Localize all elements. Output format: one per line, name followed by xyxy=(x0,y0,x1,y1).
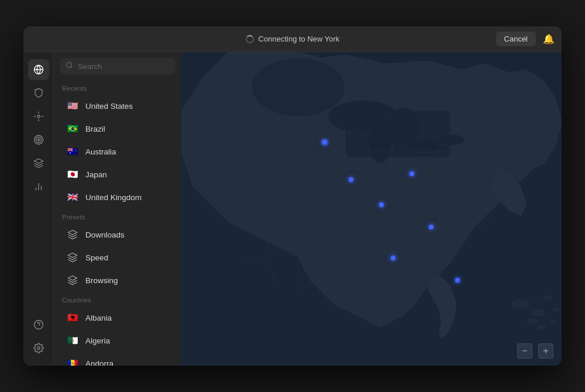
svg-point-17 xyxy=(67,63,72,68)
app-window: Connecting to New York Cancel 🔔 xyxy=(23,26,562,366)
svg-point-24 xyxy=(252,58,345,116)
svg-marker-10 xyxy=(34,159,43,164)
svg-point-2 xyxy=(37,115,40,118)
recent-uk[interactable]: 🇬🇧 United Kingdom xyxy=(57,186,178,208)
sidebar-icon-settings[interactable] xyxy=(28,338,49,359)
search-box[interactable] xyxy=(60,58,176,74)
recent-us-label: United States xyxy=(85,102,133,111)
country-albania[interactable]: 🇦🇱 Albania xyxy=(57,307,178,329)
title-status: Connecting to New York xyxy=(246,35,340,43)
country-algeria-label: Algeria xyxy=(85,336,110,345)
server-dot-4 xyxy=(410,171,414,176)
sidebar-list: Recents 🇺🇸 United States 🇧🇷 Brazil 🇦🇺 Au… xyxy=(54,52,181,366)
svg-point-41 xyxy=(512,299,529,308)
flag-br: 🇧🇷 xyxy=(66,122,80,136)
svg-line-18 xyxy=(71,67,72,68)
recent-united-states[interactable]: 🇺🇸 United States xyxy=(57,95,178,117)
recent-au-label: Australia xyxy=(85,147,116,156)
zoom-in-button[interactable]: + xyxy=(538,343,553,359)
svg-point-14 xyxy=(34,321,43,329)
svg-point-29 xyxy=(436,134,465,146)
speed-icon xyxy=(66,250,80,264)
sidebar-icon-target[interactable] xyxy=(28,129,49,150)
svg-point-44 xyxy=(542,295,552,300)
preset-downloads[interactable]: Downloads xyxy=(57,223,178,246)
sidebar-icon-stats[interactable] xyxy=(28,176,49,197)
svg-point-8 xyxy=(36,137,41,143)
sidebar-icon-help[interactable] xyxy=(28,314,49,335)
map-area: − + xyxy=(181,52,562,366)
cancel-button[interactable]: Cancel xyxy=(496,32,536,46)
country-andorra-label: Andorra xyxy=(85,359,113,366)
preset-downloads-label: Downloads xyxy=(85,231,125,239)
recent-uk-label: United Kingdom xyxy=(85,193,142,202)
flag-ad: 🇦🇩 xyxy=(66,356,80,366)
server-dot-6 xyxy=(391,256,395,260)
countries-label: Countries xyxy=(54,292,181,306)
preset-browsing-label: Browsing xyxy=(85,276,118,285)
main-content: Recents 🇺🇸 United States 🇧🇷 Brazil 🇦🇺 Au… xyxy=(23,52,562,366)
country-algeria[interactable]: 🇩🇿 Algeria xyxy=(57,329,178,352)
country-albania-label: Albania xyxy=(85,314,112,322)
svg-marker-19 xyxy=(68,231,77,235)
presets-label: Presets xyxy=(54,209,181,223)
status-text: Connecting to New York xyxy=(259,35,340,43)
preset-speed-label: Speed xyxy=(85,253,108,262)
zoom-out-button[interactable]: − xyxy=(517,343,532,359)
bell-icon[interactable]: 🔔 xyxy=(543,33,555,44)
server-dot-5 xyxy=(429,225,433,229)
map-svg xyxy=(181,52,562,366)
svg-point-7 xyxy=(34,136,43,145)
sidebar-icon-shield[interactable] xyxy=(28,82,49,104)
downloads-icon xyxy=(66,228,80,242)
sidebar-icon-globe[interactable] xyxy=(28,59,49,80)
server-pulse-1 xyxy=(321,138,329,146)
svg-marker-21 xyxy=(68,276,77,281)
recent-br-label: Brazil xyxy=(85,125,105,133)
recent-japan[interactable]: 🇯🇵 Japan xyxy=(57,163,178,185)
svg-point-47 xyxy=(550,319,556,323)
connecting-spinner xyxy=(246,35,254,43)
country-andorra[interactable]: 🇦🇩 Andorra xyxy=(57,352,178,366)
sidebar-icon-crosshair[interactable] xyxy=(28,106,49,127)
svg-point-45 xyxy=(552,308,559,311)
svg-point-16 xyxy=(37,347,40,350)
flag-al: 🇦🇱 xyxy=(66,311,80,325)
recent-jp-label: Japan xyxy=(85,170,107,179)
sidebar-icon-rail xyxy=(23,52,54,366)
flag-gb: 🇬🇧 xyxy=(66,190,80,204)
svg-point-9 xyxy=(37,139,39,141)
sidebar: Recents 🇺🇸 United States 🇧🇷 Brazil 🇦🇺 Au… xyxy=(23,52,181,366)
svg-marker-20 xyxy=(68,253,77,258)
server-dot-7 xyxy=(455,278,460,283)
recent-brazil[interactable]: 🇧🇷 Brazil xyxy=(57,118,178,140)
search-icon xyxy=(66,61,73,71)
sidebar-icon-layers[interactable] xyxy=(28,153,49,174)
flag-au: 🇦🇺 xyxy=(66,145,80,159)
recent-australia[interactable]: 🇦🇺 Australia xyxy=(57,140,178,163)
svg-point-46 xyxy=(537,325,545,329)
map-controls: − + xyxy=(517,343,553,359)
flag-jp: 🇯🇵 xyxy=(66,167,80,181)
search-input[interactable] xyxy=(78,62,170,71)
title-bar-right: Cancel 🔔 xyxy=(496,32,555,46)
preset-speed[interactable]: Speed xyxy=(57,246,178,269)
preset-browsing[interactable]: Browsing xyxy=(57,269,178,291)
browsing-icon xyxy=(66,273,80,287)
svg-point-42 xyxy=(531,309,545,316)
svg-point-43 xyxy=(526,318,538,324)
flag-dz: 🇩🇿 xyxy=(66,333,80,348)
flag-us: 🇺🇸 xyxy=(66,99,80,113)
title-bar: Connecting to New York Cancel 🔔 xyxy=(23,26,562,52)
recents-label: Recents xyxy=(54,80,181,94)
